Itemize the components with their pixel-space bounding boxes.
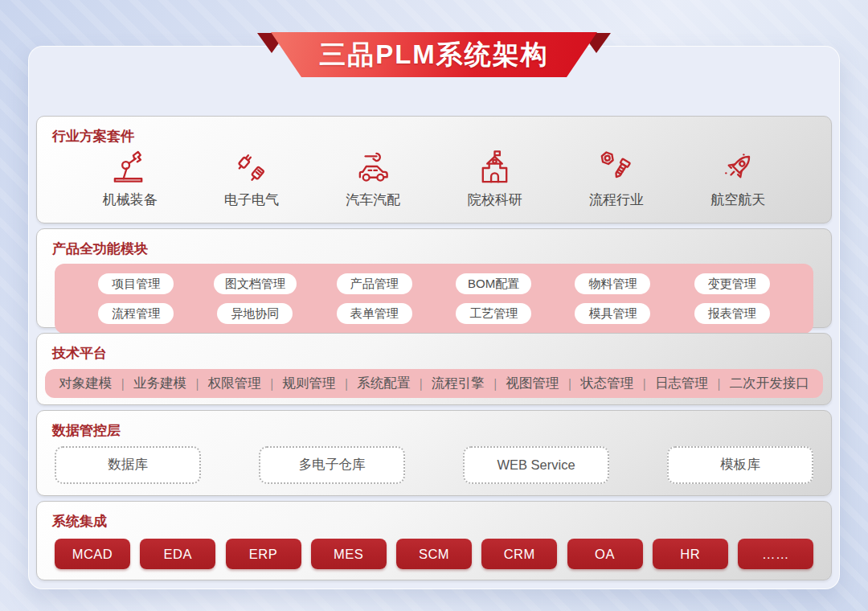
car-wrench-icon bbox=[354, 149, 392, 187]
integration-button[interactable]: SCM bbox=[396, 539, 472, 569]
platform-item: 系统配置 bbox=[357, 375, 410, 390]
data-layer-pill[interactable]: 数据库 bbox=[55, 446, 201, 484]
section-title: 数据管控层 bbox=[37, 411, 831, 440]
section-industry-solutions: 行业方案套件 机械装备电子电气汽车汽配院校科研流程行业航空航天 bbox=[36, 116, 832, 223]
section-tech-platform: 技术平台 对象建模｜业务建模｜权限管理｜规则管理｜系统配置｜流程引擎｜视图管理｜… bbox=[36, 333, 832, 405]
section-title: 行业方案套件 bbox=[37, 117, 831, 146]
connectors-icon bbox=[232, 149, 270, 187]
industry-item-label: 航空航天 bbox=[710, 191, 765, 209]
integration-button[interactable]: OA bbox=[567, 539, 643, 569]
section-data-layer: 数据管控层 数据库多电子仓库WEB Service模板库 bbox=[36, 410, 832, 497]
data-layer-pill[interactable]: WEB Service bbox=[463, 446, 609, 484]
industry-item: 机械装备 bbox=[86, 149, 174, 209]
industry-item: 汽车汽配 bbox=[329, 149, 417, 209]
separator: ｜ bbox=[117, 376, 129, 390]
platform-item: 日志管理 bbox=[655, 375, 708, 390]
section-title: 系统集成 bbox=[37, 502, 831, 531]
separator: ｜ bbox=[713, 376, 725, 390]
module-pill[interactable]: BOM配置 bbox=[456, 273, 531, 294]
section-title: 产品全功能模块 bbox=[37, 229, 831, 258]
module-pill[interactable]: 工艺管理 bbox=[456, 303, 531, 324]
module-pill[interactable]: 物料管理 bbox=[575, 273, 650, 294]
module-pill[interactable]: 项目管理 bbox=[98, 273, 174, 294]
industry-item-label: 院校科研 bbox=[468, 191, 522, 209]
platform-band: 对象建模｜业务建模｜权限管理｜规则管理｜系统配置｜流程引擎｜视图管理｜状态管理｜… bbox=[45, 369, 823, 398]
module-pill[interactable]: 异地协同 bbox=[217, 303, 293, 324]
module-pill[interactable]: 变更管理 bbox=[694, 273, 770, 294]
data-layer-pill[interactable]: 多电子仓库 bbox=[259, 446, 405, 484]
separator: ｜ bbox=[191, 376, 203, 390]
module-pill[interactable]: 流程管理 bbox=[98, 303, 174, 324]
architecture-card: 行业方案套件 机械装备电子电气汽车汽配院校科研流程行业航空航天 产品全功能模块 … bbox=[28, 46, 840, 589]
separator: ｜ bbox=[266, 376, 278, 390]
industry-item-label: 汽车汽配 bbox=[346, 191, 400, 209]
platform-item: 状态管理 bbox=[580, 375, 633, 390]
industry-item: 电子电气 bbox=[207, 149, 296, 209]
rocket-icon bbox=[719, 149, 757, 187]
data-layer-row: 数据库多电子仓库WEB Service模板库 bbox=[37, 440, 831, 484]
platform-item: 视图管理 bbox=[506, 375, 559, 390]
platform-item: 规则管理 bbox=[282, 375, 335, 390]
robot-arm-icon bbox=[111, 149, 149, 187]
module-pill[interactable]: 报表管理 bbox=[694, 303, 770, 324]
data-layer-pill[interactable]: 模板库 bbox=[667, 446, 813, 484]
page-title: 三品PLM系统架构 bbox=[257, 32, 611, 77]
integration-button[interactable]: MES bbox=[311, 539, 387, 569]
nut-bolt-icon bbox=[597, 149, 635, 187]
platform-item: 对象建模 bbox=[59, 375, 112, 390]
integration-button[interactable]: CRM bbox=[481, 539, 557, 569]
separator: ｜ bbox=[638, 376, 650, 390]
section-system-integration: 系统集成 MCADEDAERPMESSCMCRMOAHR…… bbox=[36, 501, 832, 580]
separator: ｜ bbox=[564, 376, 576, 390]
section-product-modules: 产品全功能模块 项目管理图文档管理产品管理BOM配置物料管理变更管理流程管理异地… bbox=[36, 228, 832, 328]
school-icon bbox=[476, 149, 514, 187]
integration-button[interactable]: MCAD bbox=[55, 539, 130, 569]
separator: ｜ bbox=[415, 376, 427, 390]
platform-item: 二次开发接口 bbox=[730, 375, 809, 390]
industry-items-row: 机械装备电子电气汽车汽配院校科研流程行业航空航天 bbox=[37, 146, 831, 209]
modules-band: 项目管理图文档管理产品管理BOM配置物料管理变更管理流程管理异地协同表单管理工艺… bbox=[55, 264, 813, 334]
integration-row: MCADEDAERPMESSCMCRMOAHR…… bbox=[37, 531, 831, 569]
separator: ｜ bbox=[340, 376, 352, 390]
integration-button[interactable]: EDA bbox=[140, 539, 215, 569]
module-pill[interactable]: 模具管理 bbox=[575, 303, 650, 324]
industry-item-label: 机械装备 bbox=[103, 191, 158, 209]
industry-item-label: 电子电气 bbox=[224, 191, 279, 209]
separator: ｜ bbox=[489, 376, 502, 390]
title-ribbon: 三品PLM系统架构 bbox=[257, 32, 611, 77]
industry-item: 航空航天 bbox=[694, 149, 782, 209]
industry-item: 流程行业 bbox=[572, 149, 661, 209]
section-title: 技术平台 bbox=[37, 334, 831, 363]
integration-button[interactable]: HR bbox=[653, 539, 728, 569]
platform-item: 流程引擎 bbox=[432, 375, 485, 390]
module-pill[interactable]: 产品管理 bbox=[337, 273, 412, 294]
industry-item: 院校科研 bbox=[451, 149, 539, 209]
module-pill[interactable]: 图文档管理 bbox=[214, 273, 297, 294]
platform-item: 业务建模 bbox=[133, 375, 186, 390]
industry-item-label: 流程行业 bbox=[589, 191, 644, 209]
page-background: { "banner": { "title": "三品PLM系统架构" }, "s… bbox=[0, 0, 868, 611]
module-pill[interactable]: 表单管理 bbox=[337, 303, 412, 324]
integration-button[interactable]: …… bbox=[738, 539, 813, 569]
platform-item: 权限管理 bbox=[208, 375, 261, 390]
integration-button[interactable]: ERP bbox=[226, 539, 301, 569]
